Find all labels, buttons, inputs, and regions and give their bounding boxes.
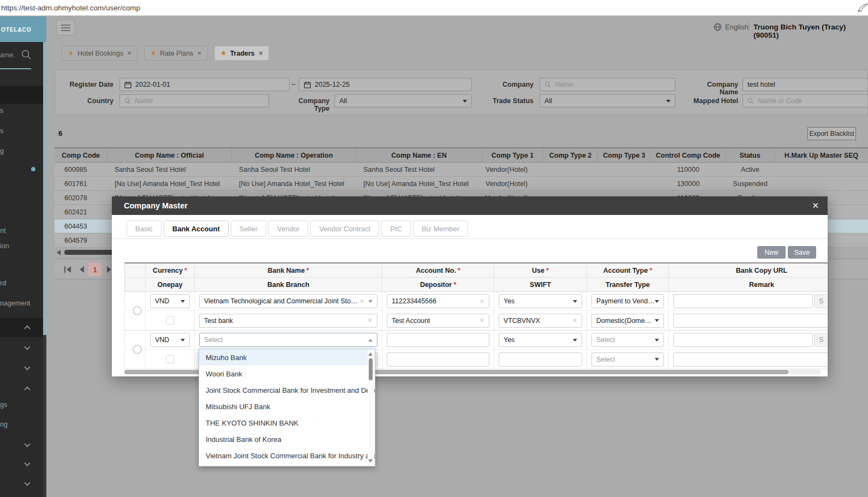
- chevron-up-icon[interactable]: [24, 386, 30, 392]
- chevron-down-icon[interactable]: [24, 441, 30, 447]
- modal-tab-pic[interactable]: PIC: [381, 220, 411, 237]
- export-blacklist-button[interactable]: Export Blacklist: [807, 127, 856, 140]
- first-page-icon[interactable]: [67, 266, 71, 273]
- next-page-icon[interactable]: [107, 266, 111, 273]
- sidebar-item[interactable]: gs: [0, 401, 7, 409]
- trade-status-select[interactable]: All: [540, 94, 675, 107]
- clear-icon[interactable]: ✕: [480, 317, 484, 324]
- tab-rate-plans[interactable]: ★ Rate Plans ✕: [144, 46, 207, 61]
- account-no-input[interactable]: 112233445566 ✕: [387, 294, 489, 308]
- pen-icon[interactable]: [857, 2, 868, 13]
- use-select[interactable]: Yes: [499, 333, 582, 347]
- dropdown-option[interactable]: Vietnam Joint Stock Commercial Bank for …: [199, 447, 375, 464]
- sidebar-scrollbar-thumb[interactable]: [43, 42, 46, 335]
- sidebar-item[interactable]: rd: [0, 279, 6, 287]
- sidebar-item[interactable]: g: [0, 147, 4, 155]
- modal-tab-biz-member[interactable]: Biz Member: [413, 220, 468, 237]
- register-date-to-input[interactable]: 2025-12-25: [299, 78, 472, 91]
- language-switcher[interactable]: English: [714, 23, 749, 31]
- sidebar-search-input[interactable]: ame.: [0, 51, 15, 59]
- url-search-button[interactable]: S: [814, 333, 828, 347]
- dropdown-option[interactable]: Joint Stock Commercial Bank for Investme…: [199, 382, 375, 398]
- dropdown-option[interactable]: Mizuho Bank: [199, 349, 375, 366]
- bank-copy-url-input[interactable]: [673, 333, 813, 347]
- account-type-select[interactable]: Select: [591, 333, 664, 347]
- close-icon[interactable]: ✕: [812, 201, 819, 211]
- remark-input[interactable]: [673, 314, 828, 328]
- swift-input[interactable]: VTCBVNVX ✕: [499, 314, 582, 328]
- new-button[interactable]: New: [757, 246, 786, 259]
- swift-input[interactable]: [499, 352, 582, 367]
- modal-tab-vendor-contract[interactable]: Vendor Contract: [310, 220, 379, 237]
- chevron-down-icon[interactable]: [24, 344, 30, 350]
- account-no-input[interactable]: [387, 333, 489, 347]
- modal-tab-basic[interactable]: Basic: [127, 220, 161, 237]
- sidebar-item[interactable]: nagement: [0, 300, 31, 307]
- first-page-icon[interactable]: [64, 266, 65, 273]
- tab-hotel-bookings[interactable]: ★ Hotel Bookings ✕: [62, 46, 137, 61]
- sidebar-item[interactable]: nt: [0, 227, 5, 235]
- clear-icon[interactable]: ✕: [368, 317, 373, 324]
- sidebar-item[interactable]: s: [0, 107, 3, 115]
- modal-tab-vendor[interactable]: Vendor: [268, 220, 308, 237]
- depositor-input[interactable]: [387, 352, 489, 367]
- sidebar-section-active[interactable]: [0, 318, 43, 337]
- dropdown-scrollbar[interactable]: [368, 350, 374, 465]
- bank-branch-input[interactable]: Test bank ✕: [199, 314, 378, 328]
- close-icon[interactable]: ✕: [197, 50, 201, 56]
- company-type-select[interactable]: All: [334, 94, 472, 107]
- chevron-down-icon[interactable]: [24, 364, 30, 370]
- close-icon[interactable]: ✕: [127, 50, 131, 56]
- tab-traders[interactable]: ★ Traders ✕: [214, 46, 269, 61]
- dropdown-option[interactable]: Industrial Bank of Korea: [199, 431, 375, 447]
- clear-icon[interactable]: ✕: [480, 298, 484, 305]
- use-select[interactable]: Yes: [499, 294, 582, 308]
- chevron-down-icon[interactable]: [24, 480, 30, 486]
- dropdown-option[interactable]: Woori Bank: [199, 366, 375, 382]
- scroll-left-icon[interactable]: [57, 250, 61, 255]
- currency-select[interactable]: VND: [150, 294, 190, 308]
- register-date-from-input[interactable]: 2022-01-01: [119, 78, 290, 91]
- transfer-type-select[interactable]: Select: [591, 352, 664, 367]
- onepay-checkbox[interactable]: [166, 316, 174, 325]
- depositor-input[interactable]: Test Account ✕: [387, 314, 489, 328]
- prev-page-icon[interactable]: [80, 266, 84, 273]
- clear-icon[interactable]: ✕: [360, 298, 364, 305]
- clear-icon[interactable]: ✕: [572, 317, 577, 324]
- country-search-input[interactable]: Name: [119, 94, 269, 107]
- sidebar-item-active[interactable]: [0, 86, 43, 104]
- url-search-button[interactable]: S: [814, 294, 828, 308]
- scroll-down-icon[interactable]: [368, 459, 373, 463]
- table-row[interactable]: 600985 Sanha Seoul Test Hotel Sanha Seou…: [55, 163, 868, 177]
- dropdown-option[interactable]: Mitsubishi UFJ Bank: [199, 398, 375, 415]
- bank-name-select-open[interactable]: Select: [199, 333, 378, 347]
- chevron-down-icon[interactable]: [24, 460, 30, 466]
- currency-select[interactable]: VND: [150, 333, 190, 347]
- scroll-up-icon[interactable]: [368, 352, 373, 356]
- company-search-input[interactable]: Name: [540, 78, 675, 91]
- company-name-input[interactable]: test hotel: [743, 78, 868, 91]
- browser-url-bar[interactable]: https://test-adm.ohmyhotel.com/user/comp: [0, 0, 868, 16]
- bank-copy-url-input[interactable]: [673, 294, 813, 308]
- mapped-hotel-search-input[interactable]: Name or Code: [743, 94, 868, 107]
- dropdown-option[interactable]: THE KYOTO SHINKIN BANK: [199, 415, 375, 431]
- modal-tab-seller[interactable]: Seller: [231, 220, 266, 237]
- search-icon[interactable]: [21, 49, 32, 60]
- user-name[interactable]: Truong Bich Tuyen (Tracy)(90051): [753, 23, 868, 39]
- account-type-select[interactable]: Payment to Vendors: [591, 294, 664, 308]
- sidebar-scrollbar[interactable]: [43, 42, 46, 497]
- remark-input[interactable]: [673, 352, 828, 367]
- dropdown-scrollbar-thumb[interactable]: [369, 358, 373, 380]
- transfer-type-select[interactable]: Domestic(Domestic): [591, 314, 664, 328]
- onepay-checkbox[interactable]: [166, 355, 174, 363]
- table-row[interactable]: 601761 [No Use] Amanda Hotel_Test Hotel …: [55, 177, 868, 191]
- menu-toggle-button[interactable]: [56, 20, 75, 35]
- current-page-button[interactable]: 1: [88, 263, 101, 276]
- close-icon[interactable]: ✕: [259, 50, 263, 56]
- bank-name-select[interactable]: Vietnam Technological and Commercial Joi…: [199, 294, 378, 308]
- sidebar-item[interactable]: ng: [0, 421, 8, 428]
- modal-tab-bank-account[interactable]: Bank Account: [164, 220, 229, 237]
- sidebar-item[interactable]: ion: [0, 242, 9, 250]
- save-button[interactable]: Save: [788, 246, 816, 259]
- sidebar-item[interactable]: s: [0, 127, 3, 135]
